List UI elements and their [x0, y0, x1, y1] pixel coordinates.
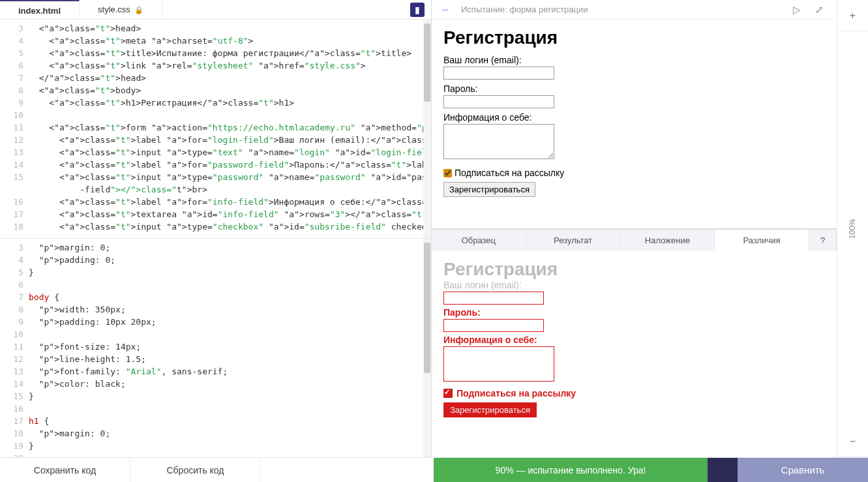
preview-password-input[interactable] [443, 95, 554, 108]
play-icon[interactable]: ▷ [789, 4, 805, 16]
footer: Сохранить код Сбросить код 90% — испытан… [0, 457, 868, 482]
css-scrollbar[interactable] [423, 239, 431, 457]
diff-info-label: Информация о себе: [443, 335, 825, 345]
zoom-out-button[interactable]: − [837, 426, 869, 457]
diff-login-label: Ваш логин (email): [443, 280, 825, 290]
tab-overlay[interactable]: Наложение [621, 230, 715, 251]
lock-icon: 🔒 [134, 6, 143, 14]
css-editor[interactable]: 34567891011121314151617181920 "p">margin… [0, 239, 431, 457]
zoom-in-button[interactable]: + [837, 0, 869, 31]
zoom-sidebar: + 100% − [837, 0, 868, 457]
compare-button[interactable]: Сравнить [738, 458, 868, 482]
resize-handle-icon[interactable]: ↔ [441, 5, 449, 14]
tab-help[interactable]: ? [809, 230, 837, 251]
html-editor[interactable]: 3456789101112131415161718 <"a">class="t"… [0, 20, 431, 239]
layout-toggle-button[interactable]: ▮ [410, 3, 425, 17]
preview-info-textarea[interactable] [443, 124, 554, 159]
diff-heading: Регистрация [443, 259, 825, 280]
preview-toolbar: ↔ Испытание: форма регистрации ▷ ⤢ [432, 0, 837, 20]
tab-result[interactable]: Результат [526, 230, 621, 251]
diff-submit-button: Зарегистрироваться [443, 402, 537, 417]
tab-diff[interactable]: Различия [715, 230, 809, 251]
compare-tabs: Образец Результат Наложение Различия ? [432, 229, 837, 251]
preview-login-label: Ваш логин (email): [443, 55, 825, 65]
expand-icon[interactable]: ⤢ [811, 4, 828, 16]
html-scrollbar[interactable] [423, 20, 431, 238]
status-bar: 90% — испытание выполнено. Ура! [434, 458, 708, 482]
tab-style-css[interactable]: style.css🔒 [80, 0, 162, 20]
preview-password-label: Пароль: [443, 83, 825, 94]
reset-code-button[interactable]: Сбросить код [130, 458, 261, 482]
preview-login-input[interactable] [443, 67, 554, 80]
preview-subscribe-checkbox[interactable] [443, 169, 452, 177]
tab-index-html[interactable]: index.html [0, 0, 80, 20]
diff-pane: Регистрация Ваш логин (email): Пароль: И… [432, 251, 837, 457]
diff-info-box [443, 346, 554, 382]
editor-tabs: index.html style.css🔒 ▮ [0, 0, 431, 20]
preview-info-label: Информация о себе: [443, 112, 825, 123]
preview-submit-button[interactable]: Зарегистрироваться [443, 182, 535, 197]
diff-login-box [443, 292, 544, 305]
preview-heading: Регистрация [443, 27, 825, 48]
tab-sample[interactable]: Образец [432, 230, 526, 251]
diff-password-box [443, 319, 544, 332]
zoom-level: 100% [848, 218, 857, 239]
diff-checkbox-icon [443, 389, 453, 398]
preview-title: Испытание: форма регистрации [461, 5, 588, 14]
preview-pane: Регистрация Ваш логин (email): Пароль: И… [432, 20, 837, 228]
diff-subscribe-row: Подписаться на рассылку [443, 388, 825, 399]
save-code-button[interactable]: Сохранить код [0, 458, 130, 482]
footer-dark-block [708, 458, 738, 482]
diff-password-label: Пароль: [443, 307, 825, 318]
preview-subscribe-label: Подписаться на рассылку [455, 168, 564, 178]
